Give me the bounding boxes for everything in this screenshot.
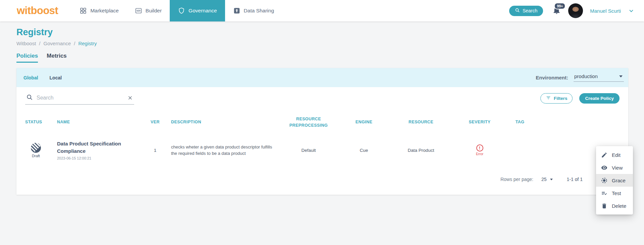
trash-icon: [601, 203, 607, 209]
row-actions-menu: Edit View Grace Test Delete: [596, 146, 633, 215]
menu-item-delete[interactable]: Delete: [596, 199, 633, 212]
environment-label: Environment:: [536, 75, 568, 80]
user-menu-button[interactable]: [628, 7, 635, 14]
rows-per-page-select[interactable]: 25: [541, 177, 553, 182]
page-tabs: Policies Metrics: [16, 53, 628, 63]
panel-header-band: Global Local Environment: production: [16, 68, 628, 87]
chevron-down-icon: [628, 7, 635, 14]
menu-item-label: Grace: [612, 178, 626, 183]
upload-icon: [233, 7, 240, 14]
breadcrumb-item-witboost[interactable]: Witboost: [16, 41, 36, 46]
nav-item-label: Marketplace: [90, 8, 118, 14]
column-header-description: DESCRIPTION: [163, 119, 278, 125]
status-label: Draft: [32, 154, 40, 158]
shield-icon: [178, 7, 185, 14]
menu-item-label: Edit: [612, 152, 621, 158]
filter-icon: [546, 95, 551, 102]
main-content: Registry Witboost / Governance / Registr…: [0, 27, 644, 195]
status-cell: Draft: [25, 143, 47, 158]
nav-item-builder[interactable]: Builder: [127, 0, 170, 21]
column-header-tag: TAG: [506, 119, 533, 125]
global-search-button[interactable]: Search: [509, 6, 543, 16]
name-cell: Data Product Specification Compliance 20…: [57, 140, 148, 160]
policy-search-input[interactable]: [37, 95, 123, 101]
table-header-row: STATUS NAME VER DESCRIPTION RESOURCE PRE…: [25, 115, 620, 130]
witboost-logo[interactable]: witboost: [17, 5, 58, 17]
breadcrumb-item-governance[interactable]: Governance: [44, 41, 71, 46]
engine-cell: Cue: [339, 148, 389, 153]
navbar-right: Search 99+ Manuel Scurti: [509, 3, 644, 18]
scope-tab-local[interactable]: Local: [50, 75, 62, 80]
bell-icon: [552, 10, 561, 16]
policy-name: Data Product Specification Compliance: [57, 140, 127, 155]
page-title: Registry: [16, 27, 628, 38]
policies-panel: Global Local Environment: production: [16, 68, 628, 195]
resource-cell: Data Product: [389, 148, 453, 153]
user-name[interactable]: Manuel Scurti: [590, 8, 621, 14]
create-policy-label: Create Policy: [585, 96, 614, 101]
environment-control: Environment: production: [536, 73, 624, 82]
nav-item-label: Data Sharing: [244, 8, 274, 14]
clear-search-button[interactable]: [127, 95, 133, 101]
tab-metrics[interactable]: Metrics: [47, 53, 67, 63]
main-nav: Marketplace Builder Governance: [71, 0, 282, 21]
grid-icon: [79, 7, 87, 14]
toolbar: Filters Create Policy: [25, 92, 620, 105]
column-header-name: NAME: [57, 119, 148, 125]
notifications-button[interactable]: 99+: [552, 6, 561, 16]
scope-tab-global[interactable]: Global: [23, 75, 38, 80]
description-cell: checks wheter a given data product descr…: [163, 144, 278, 157]
checklist-icon: [601, 190, 607, 196]
rows-per-page-value: 25: [541, 177, 547, 182]
nav-item-governance[interactable]: Governance: [170, 0, 225, 21]
menu-item-grace[interactable]: Grace: [596, 174, 633, 187]
policy-description: checks wheter a given data product descr…: [171, 144, 276, 157]
draft-status-icon: [31, 143, 41, 153]
pencil-icon: [601, 152, 607, 158]
search-icon: [26, 94, 33, 102]
scope-tabs: Global Local: [23, 75, 62, 80]
menu-item-label: View: [612, 165, 623, 171]
top-navbar: witboost Marketplace Builder: [0, 0, 644, 21]
severity-label: Error: [476, 152, 483, 156]
filters-label: Filters: [554, 96, 568, 101]
create-policy-button[interactable]: Create Policy: [579, 93, 620, 104]
menu-item-label: Delete: [612, 203, 626, 209]
nav-item-marketplace[interactable]: Marketplace: [71, 0, 126, 21]
column-header-resource: RESOURCE: [389, 119, 453, 125]
column-header-severity: SEVERITY: [453, 119, 506, 125]
menu-item-view[interactable]: View: [596, 161, 633, 174]
search-icon: [515, 8, 520, 14]
menu-item-edit[interactable]: Edit: [596, 148, 633, 161]
nav-item-data-sharing[interactable]: Data Sharing: [225, 0, 282, 21]
tab-policies[interactable]: Policies: [16, 53, 38, 63]
policy-date: 2023-06-15 12:00:21: [57, 156, 148, 160]
pagination: Rows per page: 25 1-1 of 1: [500, 177, 583, 182]
close-icon: [127, 95, 133, 101]
global-search-label: Search: [523, 8, 537, 13]
table-row[interactable]: Draft Data Product Specification Complia…: [25, 133, 620, 168]
resource-preprocessing-cell: Default: [278, 148, 339, 153]
column-header-ver: VER: [148, 119, 163, 125]
rows-per-page-label: Rows per page:: [500, 177, 533, 182]
dashed-circle-icon: [601, 177, 607, 184]
pagination-range: 1-1 of 1: [567, 177, 583, 182]
notifications-badge: 99+: [554, 3, 566, 9]
environment-select[interactable]: production: [574, 73, 624, 82]
error-icon: !: [476, 144, 483, 151]
caret-down-icon: [619, 75, 623, 77]
code-icon: [135, 7, 142, 14]
breadcrumb-separator: /: [39, 41, 40, 46]
filters-button[interactable]: Filters: [540, 93, 573, 104]
eye-icon: [601, 165, 607, 171]
panel-body: Filters Create Policy STATUS NAME VER DE…: [16, 87, 628, 195]
column-header-resource-preprocessing: RESOURCE PREPROCESSING: [278, 116, 339, 129]
column-header-engine: ENGINE: [339, 119, 389, 125]
user-avatar[interactable]: [568, 3, 583, 18]
version-cell: 1: [148, 148, 163, 153]
menu-item-test[interactable]: Test: [596, 187, 633, 199]
nav-item-label: Builder: [146, 8, 162, 14]
toolbar-buttons: Filters Create Policy: [540, 93, 620, 104]
column-header-status: STATUS: [25, 119, 57, 125]
environment-value: production: [574, 73, 598, 79]
